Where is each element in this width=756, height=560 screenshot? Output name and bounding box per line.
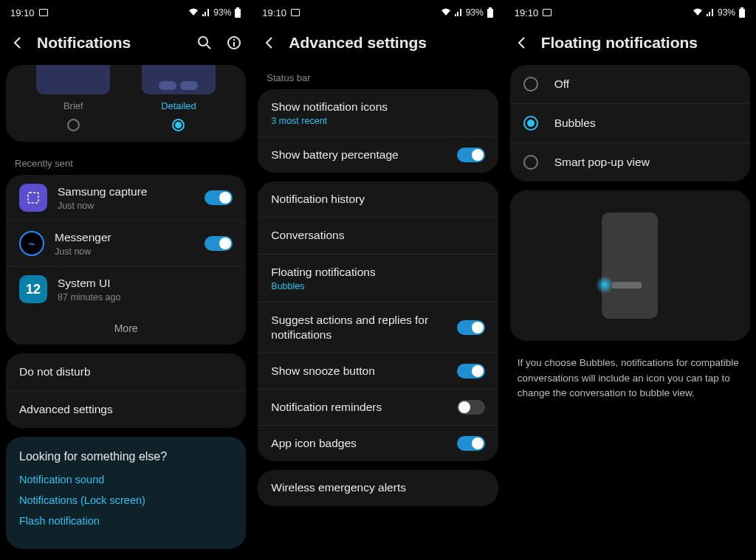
description: If you choose Bubbles, notifications for… <box>504 350 756 407</box>
recently-sent-label: Recently sent <box>0 151 252 175</box>
wifi-icon <box>693 8 703 17</box>
battery-text: 93% <box>718 7 735 18</box>
else-title: Looking for something else? <box>19 450 233 463</box>
back-icon[interactable] <box>262 35 277 50</box>
status-bar: 19:10 93% <box>252 0 504 22</box>
preview-card <box>510 190 750 341</box>
svg-rect-9 <box>739 9 745 18</box>
suggest-row[interactable]: Suggest actions and replies for notifica… <box>258 302 498 353</box>
floating-row[interactable]: Floating notifications Bubbles <box>258 254 498 302</box>
header: Notifications <box>0 22 252 65</box>
recent-apps-card: Samsung capture Just now ~ Messenger Jus… <box>6 175 246 345</box>
status-bar: 19:10 93% <box>0 0 252 22</box>
status-time: 19:10 <box>262 7 286 18</box>
radio-off[interactable] <box>523 77 538 91</box>
phone-mock <box>602 212 658 319</box>
link-notification-sound[interactable]: Notification sound <box>19 474 233 485</box>
back-icon[interactable] <box>515 35 529 50</box>
history-row[interactable]: Notification history <box>258 182 498 217</box>
image-icon <box>291 9 300 16</box>
status-bar-label: Status bar <box>252 65 504 89</box>
svg-rect-0 <box>235 9 241 18</box>
screen-floating: 19:10 93% Floating notifications Off Bub… <box>504 0 756 560</box>
app-row[interactable]: Samsung capture Just now <box>6 175 246 221</box>
battery-icon <box>487 7 494 18</box>
page-title: Notifications <box>37 34 185 52</box>
signal-icon <box>706 8 715 17</box>
app-row[interactable]: 12 System UI 87 minutes ago <box>6 266 246 312</box>
page-title: Advanced settings <box>289 34 493 52</box>
svg-rect-6 <box>28 193 38 203</box>
wireless-row[interactable]: Wireless emergency alerts <box>258 470 498 505</box>
radio-smart[interactable] <box>523 155 538 170</box>
option-bubbles[interactable]: Bubbles <box>510 103 750 142</box>
more-button[interactable]: More <box>6 312 246 345</box>
toggle-badges[interactable] <box>457 436 485 451</box>
info-icon[interactable] <box>227 35 241 50</box>
radio-detailed[interactable] <box>172 119 185 131</box>
link-lock-screen[interactable]: Notifications (Lock screen) <box>19 494 233 506</box>
wifi-icon <box>441 8 451 17</box>
show-icons-row[interactable]: Show notification icons 3 most recent <box>258 89 498 136</box>
show-battery-row[interactable]: Show battery percentage <box>258 136 498 173</box>
toggle-samsung-capture[interactable] <box>205 190 233 205</box>
svg-point-2 <box>199 37 207 46</box>
toggle-suggest[interactable] <box>457 320 485 335</box>
search-icon[interactable] <box>197 35 212 50</box>
screen-advanced: 19:10 93% Advanced settings Status bar S… <box>252 0 504 560</box>
svg-rect-5 <box>233 42 235 46</box>
battery-text: 93% <box>213 7 231 18</box>
link-flash[interactable]: Flash notification <box>19 515 233 527</box>
option-off[interactable]: Off <box>510 65 750 103</box>
bubble-bar <box>612 282 642 288</box>
style-detailed[interactable]: Detailed <box>138 65 219 142</box>
app-icon-samsung-capture <box>19 184 47 212</box>
app-row[interactable]: ~ Messenger Just now <box>6 221 246 266</box>
svg-rect-1 <box>236 7 239 9</box>
battery-text: 93% <box>466 7 484 18</box>
toggle-battery[interactable] <box>457 148 485 162</box>
conversations-row[interactable]: Conversations <box>258 217 498 253</box>
wireless-card: Wireless emergency alerts <box>258 470 498 505</box>
signal-icon <box>454 8 463 17</box>
looking-else-card: Looking for something else? Notification… <box>6 437 246 549</box>
toggle-messenger[interactable] <box>205 236 233 251</box>
signal-icon <box>202 8 210 17</box>
svg-rect-8 <box>489 7 492 9</box>
header: Floating notifications <box>504 22 756 65</box>
battery-icon <box>234 7 241 18</box>
style-brief[interactable]: Brief <box>32 65 114 142</box>
advanced-row[interactable]: Advanced settings <box>6 390 246 428</box>
battery-icon <box>738 7 746 18</box>
radio-bubbles[interactable] <box>523 116 538 131</box>
settings-card: Do not disturb Advanced settings <box>6 353 246 428</box>
toggle-reminders[interactable] <box>457 400 485 415</box>
badges-row[interactable]: App icon badges <box>258 425 498 461</box>
bubble-dot-icon <box>596 276 614 294</box>
toggle-snooze[interactable] <box>457 364 485 378</box>
svg-rect-10 <box>740 7 743 9</box>
reminders-row[interactable]: Notification reminders <box>258 389 498 425</box>
header: Advanced settings <box>252 22 504 65</box>
svg-point-4 <box>233 39 235 41</box>
statusbar-card: Show notification icons 3 most recent Sh… <box>258 89 498 173</box>
app-icon-system-ui: 12 <box>19 275 47 303</box>
option-smart[interactable]: Smart pop-up view <box>510 142 750 182</box>
screen-notifications: 19:10 93% Notifications Brief Detai <box>0 0 252 560</box>
wifi-icon <box>188 8 199 17</box>
app-icon-messenger: ~ <box>19 231 44 256</box>
status-time: 19:10 <box>515 7 539 18</box>
snooze-row[interactable]: Show snooze button <box>258 353 498 389</box>
options-card: Off Bubbles Smart pop-up view <box>510 65 750 182</box>
image-icon <box>543 9 551 16</box>
back-icon[interactable] <box>10 35 25 50</box>
page-title: Floating notifications <box>541 34 746 52</box>
dnd-row[interactable]: Do not disturb <box>6 353 246 390</box>
radio-brief[interactable] <box>67 119 80 131</box>
status-bar: 19:10 93% <box>504 0 756 22</box>
main-settings-card: Notification history Conversations Float… <box>258 182 498 461</box>
status-time: 19:10 <box>10 7 35 18</box>
style-selector-card: Brief Detailed <box>6 65 246 142</box>
image-icon <box>39 9 48 16</box>
svg-rect-7 <box>487 9 493 18</box>
